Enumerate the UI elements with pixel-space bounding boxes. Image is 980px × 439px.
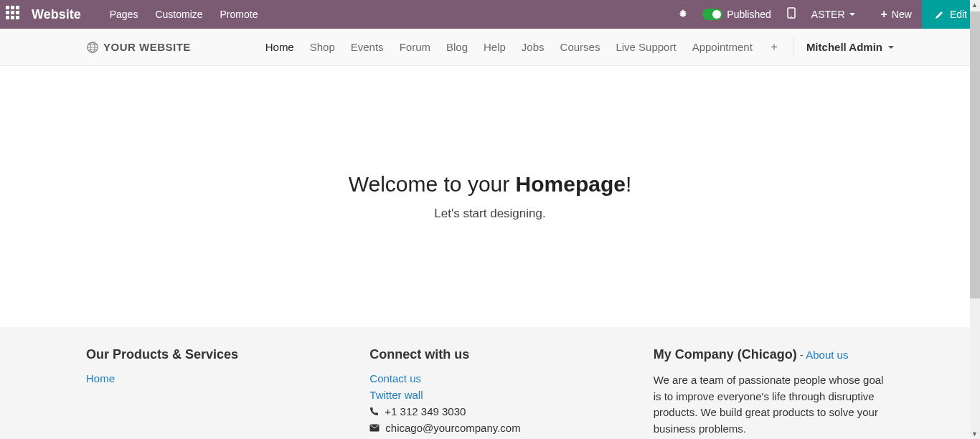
- divider: [793, 37, 793, 57]
- footer-email: chicago@yourcompany.com: [385, 422, 520, 434]
- footer-phone: +1 312 349 3030: [385, 405, 466, 417]
- scroll-down-arrow[interactable]: ▼: [971, 430, 978, 438]
- new-button-label: New: [892, 9, 912, 20]
- brand-label[interactable]: Website: [32, 7, 81, 22]
- footer-col-company: My Company (Chicago) - About us We are a…: [654, 347, 894, 439]
- footer-col-products: Our Products & Services Home: [86, 347, 326, 439]
- hero-section: Welcome to your Homepage! Let's start de…: [0, 66, 980, 327]
- hero-title-pre: Welcome to your: [349, 172, 516, 196]
- customize-menu[interactable]: Customize: [155, 9, 202, 20]
- new-button[interactable]: + New: [871, 0, 922, 29]
- footer-link-contact[interactable]: Contact us: [369, 372, 610, 384]
- promote-menu[interactable]: Promote: [220, 9, 258, 20]
- nav-live-support[interactable]: Live Support: [616, 41, 676, 53]
- footer-about-link[interactable]: About us: [806, 349, 848, 361]
- pages-menu[interactable]: Pages: [110, 9, 138, 20]
- nav-courses[interactable]: Courses: [560, 41, 600, 53]
- footer-company-name: My Company (Chicago): [654, 347, 797, 362]
- footer-phone-row: +1 312 349 3030: [369, 405, 610, 417]
- nav-menu: Home Shop Events Forum Blog Help Jobs Co…: [265, 39, 780, 55]
- site-logo-text: YOUR WEBSITE: [103, 41, 191, 53]
- nav-blog[interactable]: Blog: [446, 41, 468, 53]
- nav-home[interactable]: Home: [265, 41, 294, 53]
- chevron-down-icon: [888, 46, 894, 49]
- published-toggle[interactable]: [702, 9, 722, 20]
- add-page-icon[interactable]: ＋: [768, 39, 780, 55]
- scrollbar-thumb[interactable]: [970, 11, 980, 298]
- top-menubar: Website Pages Customize Promote Publishe…: [0, 0, 980, 29]
- footer-connect-heading: Connect with us: [369, 347, 610, 362]
- hero-subtitle: Let's start designing.: [434, 207, 545, 221]
- website-selector[interactable]: ASTER: [811, 9, 855, 20]
- footer-products-heading: Our Products & Services: [86, 347, 326, 362]
- user-name: Mitchell Admin: [806, 41, 882, 53]
- mobile-preview-icon[interactable]: [787, 7, 796, 22]
- footer-col-connect: Connect with us Contact us Twitter wall …: [369, 347, 610, 439]
- footer-link-home[interactable]: Home: [86, 372, 326, 384]
- user-menu[interactable]: Mitchell Admin: [806, 41, 894, 53]
- bug-icon[interactable]: [678, 9, 688, 21]
- svg-point-1: [791, 16, 792, 17]
- nav-events[interactable]: Events: [351, 41, 384, 53]
- footer-company-p1: We are a team of passionate people whose…: [654, 372, 894, 437]
- nav-forum[interactable]: Forum: [400, 41, 430, 53]
- chevron-down-icon: [849, 13, 855, 16]
- published-label: Published: [727, 9, 771, 20]
- nav-shop[interactable]: Shop: [310, 41, 335, 53]
- footer-company-heading: My Company (Chicago) - About us: [654, 347, 894, 362]
- globe-icon: [86, 41, 99, 54]
- website-selector-label: ASTER: [811, 9, 845, 20]
- pencil-icon: [935, 10, 944, 19]
- envelope-icon: [369, 424, 380, 432]
- footer: Our Products & Services Home Connect wit…: [0, 327, 980, 439]
- scroll-up-arrow[interactable]: ▲: [971, 1, 978, 9]
- footer-link-twitter[interactable]: Twitter wall: [369, 389, 610, 401]
- vertical-scrollbar[interactable]: ▲ ▼: [970, 0, 980, 439]
- hero-title: Welcome to your Homepage!: [349, 172, 632, 197]
- apps-icon[interactable]: [6, 6, 23, 23]
- nav-jobs[interactable]: Jobs: [522, 41, 545, 53]
- footer-email-row: chicago@yourcompany.com: [369, 422, 610, 434]
- nav-appointment[interactable]: Appointment: [692, 41, 753, 53]
- edit-button-label: Edit: [950, 9, 967, 20]
- hero-title-strong: Homepage: [516, 172, 626, 196]
- phone-icon: [369, 407, 379, 416]
- hero-title-post: !: [626, 172, 631, 196]
- plus-icon: +: [881, 8, 887, 21]
- sub-navbar: YOUR WEBSITE Home Shop Events Forum Blog…: [0, 29, 980, 66]
- footer-sep: -: [797, 349, 806, 361]
- site-logo[interactable]: YOUR WEBSITE: [86, 41, 191, 54]
- nav-help[interactable]: Help: [484, 41, 506, 53]
